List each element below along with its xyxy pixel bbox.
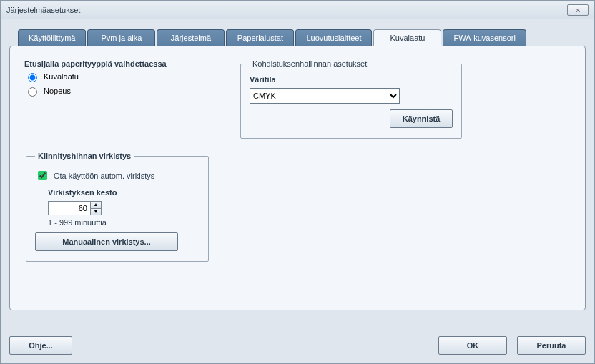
window-close-button[interactable]: ⨉ xyxy=(567,4,589,16)
belt-legend: Kiinnityshihnan virkistys xyxy=(35,152,134,160)
tab-panel-image-quality: Etusijalla paperityyppiä vaihdettaessa K… xyxy=(9,46,586,310)
registration-group-wrap: Kohdistuksenhallinnan asetukset Väritila… xyxy=(239,59,571,139)
color-mode-select[interactable]: CMYK xyxy=(250,88,400,104)
belt-duration-label: Virkistyksen kesto xyxy=(48,188,200,197)
top-row: Etusijalla paperityyppiä vaihdettaessa K… xyxy=(24,59,571,139)
tab-image-quality[interactable]: Kuvalaatu xyxy=(373,29,441,46)
chevron-down-icon[interactable]: ▼ xyxy=(91,208,101,215)
auto-refresh-label: Ota käyttöön autom. virkistys xyxy=(54,172,154,180)
priority-group: Etusijalla paperityyppiä vaihdettaessa K… xyxy=(24,59,210,99)
tab-system[interactable]: Järjestelmä xyxy=(157,29,225,46)
help-button[interactable]: Ohje... xyxy=(9,336,72,355)
registration-legend: Kohdistuksenhallinnan asetukset xyxy=(250,59,370,68)
client-area: Käyttöliittymä Pvm ja aika Järjestelmä P… xyxy=(1,19,594,363)
auto-refresh-row[interactable]: Ota käyttöön autom. virkistys xyxy=(35,169,200,182)
registration-group: Kohdistuksenhallinnan asetukset Väritila… xyxy=(240,59,462,139)
tab-datetime[interactable]: Pvm ja aika xyxy=(87,29,155,46)
registration-start-button[interactable]: Käynnistä xyxy=(390,109,453,128)
chevron-up-icon[interactable]: ▲ xyxy=(91,202,101,208)
priority-legend: Etusijalla paperityyppiä vaihdettaessa xyxy=(24,59,210,68)
ok-label: OK xyxy=(467,341,479,350)
dialog-footer: Ohje... OK Peruuta xyxy=(9,336,586,355)
belt-duration-stepper[interactable]: ▲ ▼ xyxy=(48,201,200,215)
radio-speed-label: Nopeus xyxy=(44,87,71,95)
registration-start-label: Käynnistä xyxy=(403,114,441,123)
manual-refresh-button[interactable]: Manuaalinen virkistys... xyxy=(35,232,178,251)
close-icon: ⨉ xyxy=(576,5,580,14)
auto-refresh-checkbox[interactable] xyxy=(38,171,47,180)
system-settings-window: Järjestelmäasetukset ⨉ Käyttöliittymä Pv… xyxy=(0,0,595,364)
radio-speed[interactable] xyxy=(28,87,37,97)
radio-quality-label: Kuvalaatu xyxy=(44,72,79,81)
window-title: Järjestelmäasetukset xyxy=(6,6,567,14)
tab-trays[interactable]: Paperialustat xyxy=(226,29,294,46)
ok-button[interactable]: OK xyxy=(438,336,507,355)
radio-quality-row[interactable]: Kuvalaatu xyxy=(24,71,210,82)
belt-duration-input[interactable] xyxy=(48,201,91,215)
tab-ui[interactable]: Käyttöliittymä xyxy=(18,29,86,46)
tab-output[interactable]: Luovutuslaitteet xyxy=(295,29,372,46)
tab-strip: Käyttöliittymä Pvm ja aika Järjestelmä P… xyxy=(18,29,586,46)
belt-refresh-group: Kiinnityshihnan virkistys Ota käyttöön a… xyxy=(26,152,209,262)
belt-hint: 1 - 999 minuuttia xyxy=(48,218,200,227)
tab-fwa-sensor[interactable]: FWA-kuvasensori xyxy=(443,29,526,46)
cancel-label: Peruuta xyxy=(537,341,566,350)
color-mode-label: Väritila xyxy=(250,75,453,84)
help-label: Ohje... xyxy=(29,341,53,350)
cancel-button[interactable]: Peruuta xyxy=(517,336,586,355)
manual-refresh-label: Manuaalinen virkistys... xyxy=(62,237,151,246)
radio-quality[interactable] xyxy=(28,73,37,82)
radio-speed-row[interactable]: Nopeus xyxy=(24,85,210,97)
titlebar: Järjestelmäasetukset ⨉ xyxy=(1,1,594,19)
belt-duration-arrows[interactable]: ▲ ▼ xyxy=(91,201,102,215)
tabs-wrap: Käyttöliittymä Pvm ja aika Järjestelmä P… xyxy=(9,29,586,310)
